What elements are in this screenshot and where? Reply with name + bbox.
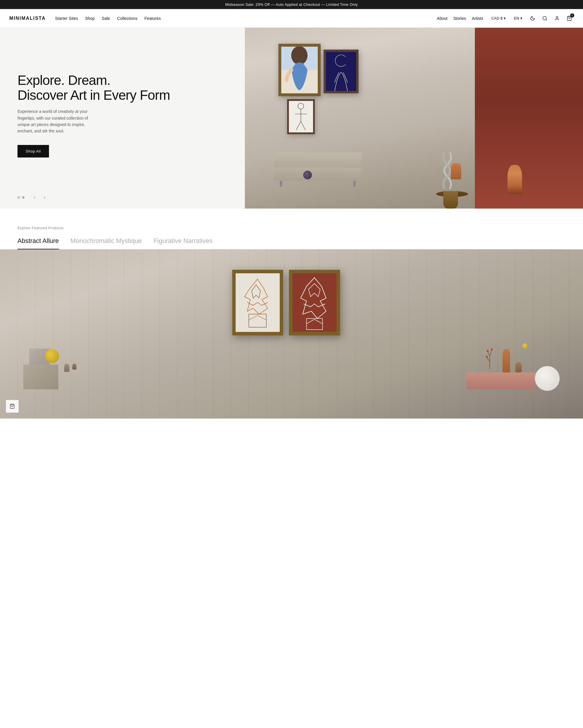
large-vase xyxy=(507,165,522,194)
secondary-nav: About Stories Artists xyxy=(437,16,483,21)
cart-add-icon xyxy=(10,404,15,409)
gold-sphere-left xyxy=(45,349,59,363)
wall-artwork-2 xyxy=(324,50,359,93)
svg-point-16 xyxy=(491,348,493,350)
slide-dot-1[interactable] xyxy=(18,196,20,199)
header: MINIMALISTA Starter Sites Shop Sale Coll… xyxy=(0,9,583,28)
currency-selector[interactable]: CAD $ ▾ xyxy=(489,15,508,22)
svg-point-0 xyxy=(543,16,546,20)
nav-item-collections[interactable]: Collections xyxy=(117,16,138,21)
slide-dot-2[interactable] xyxy=(22,196,25,199)
right-panel xyxy=(475,28,583,209)
concrete-block xyxy=(23,365,58,389)
svg-rect-13 xyxy=(293,273,337,332)
hero-description: Experience a world of creativity at your… xyxy=(18,108,99,134)
large-white-sphere xyxy=(535,366,560,391)
tab-abstract-allure[interactable]: Abstract Allure xyxy=(18,237,59,250)
small-decorative-vase xyxy=(516,362,522,372)
hero-canvas xyxy=(245,28,583,209)
svg-point-15 xyxy=(487,350,489,352)
hero-title: Explore. Dream. Discover Art in Every Fo… xyxy=(18,73,227,102)
nav-item-stories[interactable]: Stories xyxy=(453,16,466,21)
primary-nav: Starter Sites Shop Sale Collections Feat… xyxy=(55,16,161,21)
slide-next-button[interactable]: › xyxy=(41,193,48,202)
branch-decoration xyxy=(485,347,494,370)
hero-image xyxy=(245,28,583,209)
featured-artwork-2 xyxy=(289,270,340,335)
nav-item-shop[interactable]: Shop xyxy=(85,16,95,21)
search-button[interactable] xyxy=(540,14,549,23)
search-icon xyxy=(542,16,548,21)
language-label: EN xyxy=(514,16,519,20)
svg-point-5 xyxy=(291,47,308,65)
svg-point-8 xyxy=(338,56,348,65)
nav-item-sale[interactable]: Sale xyxy=(102,16,110,21)
hero-controls: ‹ › xyxy=(18,193,48,202)
chevron-down-icon-lang: ▾ xyxy=(520,16,522,20)
header-left: MINIMALISTA Starter Sites Shop Sale Coll… xyxy=(9,16,161,21)
chevron-down-icon: ▾ xyxy=(504,16,506,20)
wall-artwork-1 xyxy=(278,44,321,96)
currency-label: CAD $ xyxy=(492,16,503,20)
hero-section: Explore. Dream. Discover Art in Every Fo… xyxy=(0,28,583,209)
announcement-text: Midseason Sale: 20% Off — Auto Applied a… xyxy=(225,2,358,7)
cart-button[interactable]: 0 xyxy=(565,14,574,23)
nav-item-features[interactable]: Features xyxy=(145,16,161,21)
featured-label: Explore Featured Products xyxy=(18,226,565,230)
header-right: About Stories Artists CAD $ ▾ EN ▾ xyxy=(437,14,574,23)
featured-artwork-1 xyxy=(232,270,283,335)
nav-arrows: ‹ › xyxy=(31,193,48,202)
couch xyxy=(274,153,361,187)
tab-monochromatic-mystique[interactable]: Monochromatic Mystique xyxy=(71,237,142,250)
moon-icon xyxy=(530,16,535,21)
announcement-bar: Midseason Sale: 20% Off — Auto Applied a… xyxy=(0,0,583,9)
nav-item-starter-sites[interactable]: Starter Sites xyxy=(55,16,78,21)
featured-artworks xyxy=(232,270,340,335)
account-button[interactable] xyxy=(553,14,561,23)
tab-figurative-narratives[interactable]: Figurative Narratives xyxy=(153,237,213,250)
svg-point-1 xyxy=(556,16,558,18)
svg-point-17 xyxy=(486,356,488,358)
dark-mode-toggle[interactable] xyxy=(528,14,537,23)
collection-tabs: Abstract Allure Monochromatic Mystique F… xyxy=(18,237,565,250)
small-objects xyxy=(64,364,76,372)
header-utils: CAD $ ▾ EN ▾ xyxy=(489,14,574,23)
coffee-table-items xyxy=(303,171,312,179)
product-add-to-cart-button[interactable] xyxy=(6,400,19,413)
shop-all-button[interactable]: Shop All xyxy=(18,145,49,157)
slide-prev-button[interactable]: ‹ xyxy=(31,193,38,202)
nav-item-artists[interactable]: Artists xyxy=(472,16,483,21)
pink-pedestal xyxy=(466,372,536,389)
slide-dots xyxy=(18,196,25,199)
hero-text-column: Explore. Dream. Discover Art in Every Fo… xyxy=(0,28,245,209)
logo[interactable]: MINIMALISTA xyxy=(9,16,46,21)
featured-section: Explore Featured Products Abstract Allur… xyxy=(0,209,583,250)
brass-object xyxy=(522,343,528,348)
vase xyxy=(451,163,461,179)
wall-artwork-3 xyxy=(287,99,315,134)
product-showcase xyxy=(0,250,583,419)
language-selector[interactable]: EN ▾ xyxy=(511,15,525,22)
product-canvas xyxy=(0,250,583,419)
account-icon xyxy=(554,16,560,21)
nav-item-about[interactable]: About xyxy=(437,16,448,21)
cart-count: 0 xyxy=(570,14,574,18)
tall-vase xyxy=(503,349,510,372)
